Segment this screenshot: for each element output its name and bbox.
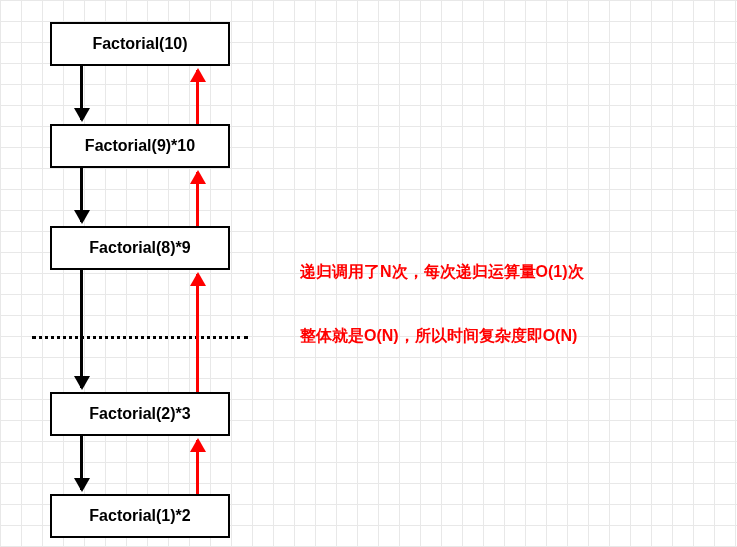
- diagram-node-factorial-2: Factorial(2)*3: [50, 392, 230, 436]
- diagram-node-factorial-8: Factorial(8)*9: [50, 226, 230, 270]
- arrow-up-icon: [196, 274, 199, 392]
- arrow-down-icon: [80, 168, 83, 222]
- node-label: Factorial(9)*10: [85, 137, 195, 155]
- ellipsis-dots: [32, 336, 248, 339]
- arrow-down-icon: [80, 270, 83, 388]
- diagram-node-factorial-9: Factorial(9)*10: [50, 124, 230, 168]
- node-label: Factorial(8)*9: [89, 239, 190, 257]
- arrow-up-icon: [196, 440, 199, 494]
- diagram-node-factorial-1: Factorial(1)*2: [50, 494, 230, 538]
- arrow-down-icon: [80, 66, 83, 120]
- annotation-line-1: 递归调用了N次，每次递归运算量O(1)次: [300, 262, 584, 283]
- arrow-down-icon: [80, 436, 83, 490]
- annotation-line-2: 整体就是O(N)，所以时间复杂度即O(N): [300, 326, 577, 347]
- node-label: Factorial(1)*2: [89, 507, 190, 525]
- arrow-up-icon: [196, 172, 199, 226]
- node-label: Factorial(2)*3: [89, 405, 190, 423]
- arrow-up-icon: [196, 70, 199, 124]
- node-label: Factorial(10): [92, 35, 187, 53]
- diagram-node-factorial-10: Factorial(10): [50, 22, 230, 66]
